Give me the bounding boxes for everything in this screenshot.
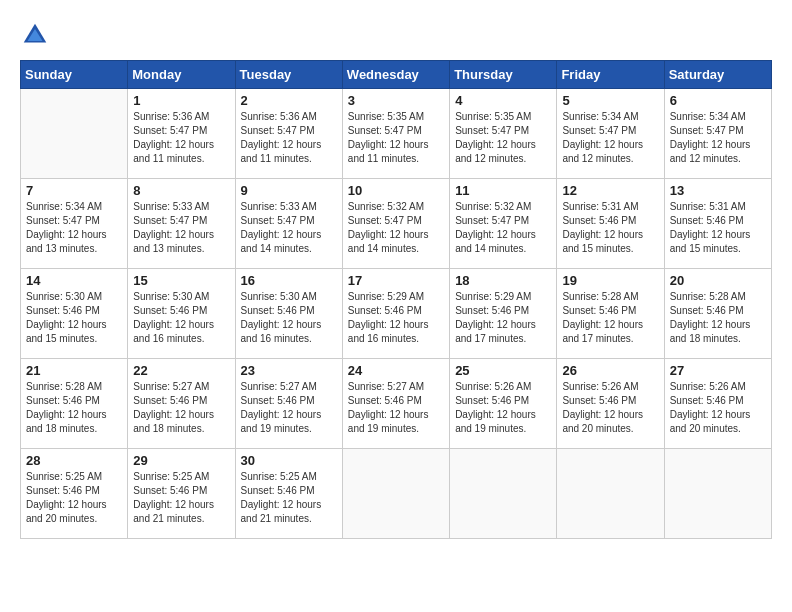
day-number: 3	[348, 93, 444, 108]
day-number: 27	[670, 363, 766, 378]
day-number: 22	[133, 363, 229, 378]
calendar-cell: 9Sunrise: 5:33 AM Sunset: 5:47 PM Daylig…	[235, 179, 342, 269]
day-number: 1	[133, 93, 229, 108]
day-number: 19	[562, 273, 658, 288]
day-info: Sunrise: 5:25 AM Sunset: 5:46 PM Dayligh…	[133, 470, 229, 526]
calendar-cell: 18Sunrise: 5:29 AM Sunset: 5:46 PM Dayli…	[450, 269, 557, 359]
calendar-cell: 7Sunrise: 5:34 AM Sunset: 5:47 PM Daylig…	[21, 179, 128, 269]
day-number: 23	[241, 363, 337, 378]
day-info: Sunrise: 5:25 AM Sunset: 5:46 PM Dayligh…	[241, 470, 337, 526]
day-number: 14	[26, 273, 122, 288]
calendar-week-2: 7Sunrise: 5:34 AM Sunset: 5:47 PM Daylig…	[21, 179, 772, 269]
day-info: Sunrise: 5:25 AM Sunset: 5:46 PM Dayligh…	[26, 470, 122, 526]
calendar-cell: 25Sunrise: 5:26 AM Sunset: 5:46 PM Dayli…	[450, 359, 557, 449]
day-number: 28	[26, 453, 122, 468]
day-number: 6	[670, 93, 766, 108]
day-number: 15	[133, 273, 229, 288]
day-info: Sunrise: 5:28 AM Sunset: 5:46 PM Dayligh…	[26, 380, 122, 436]
day-info: Sunrise: 5:27 AM Sunset: 5:46 PM Dayligh…	[133, 380, 229, 436]
day-info: Sunrise: 5:26 AM Sunset: 5:46 PM Dayligh…	[455, 380, 551, 436]
day-number: 10	[348, 183, 444, 198]
day-number: 4	[455, 93, 551, 108]
day-number: 16	[241, 273, 337, 288]
page-header	[20, 20, 772, 50]
day-info: Sunrise: 5:28 AM Sunset: 5:46 PM Dayligh…	[670, 290, 766, 346]
calendar-cell: 30Sunrise: 5:25 AM Sunset: 5:46 PM Dayli…	[235, 449, 342, 539]
calendar-cell: 26Sunrise: 5:26 AM Sunset: 5:46 PM Dayli…	[557, 359, 664, 449]
day-number: 12	[562, 183, 658, 198]
weekday-header-wednesday: Wednesday	[342, 61, 449, 89]
calendar-cell: 12Sunrise: 5:31 AM Sunset: 5:46 PM Dayli…	[557, 179, 664, 269]
day-info: Sunrise: 5:36 AM Sunset: 5:47 PM Dayligh…	[133, 110, 229, 166]
day-info: Sunrise: 5:26 AM Sunset: 5:46 PM Dayligh…	[562, 380, 658, 436]
weekday-header-tuesday: Tuesday	[235, 61, 342, 89]
calendar-cell	[21, 89, 128, 179]
day-number: 5	[562, 93, 658, 108]
calendar-cell	[450, 449, 557, 539]
day-info: Sunrise: 5:35 AM Sunset: 5:47 PM Dayligh…	[455, 110, 551, 166]
calendar-cell: 19Sunrise: 5:28 AM Sunset: 5:46 PM Dayli…	[557, 269, 664, 359]
calendar-table: SundayMondayTuesdayWednesdayThursdayFrid…	[20, 60, 772, 539]
calendar-week-1: 1Sunrise: 5:36 AM Sunset: 5:47 PM Daylig…	[21, 89, 772, 179]
calendar-week-3: 14Sunrise: 5:30 AM Sunset: 5:46 PM Dayli…	[21, 269, 772, 359]
calendar-cell: 10Sunrise: 5:32 AM Sunset: 5:47 PM Dayli…	[342, 179, 449, 269]
calendar-cell: 16Sunrise: 5:30 AM Sunset: 5:46 PM Dayli…	[235, 269, 342, 359]
calendar-cell: 13Sunrise: 5:31 AM Sunset: 5:46 PM Dayli…	[664, 179, 771, 269]
day-number: 7	[26, 183, 122, 198]
calendar-cell: 1Sunrise: 5:36 AM Sunset: 5:47 PM Daylig…	[128, 89, 235, 179]
calendar-cell: 27Sunrise: 5:26 AM Sunset: 5:46 PM Dayli…	[664, 359, 771, 449]
weekday-header-monday: Monday	[128, 61, 235, 89]
day-info: Sunrise: 5:29 AM Sunset: 5:46 PM Dayligh…	[455, 290, 551, 346]
calendar-cell: 3Sunrise: 5:35 AM Sunset: 5:47 PM Daylig…	[342, 89, 449, 179]
day-info: Sunrise: 5:28 AM Sunset: 5:46 PM Dayligh…	[562, 290, 658, 346]
day-number: 24	[348, 363, 444, 378]
day-number: 18	[455, 273, 551, 288]
calendar-cell: 2Sunrise: 5:36 AM Sunset: 5:47 PM Daylig…	[235, 89, 342, 179]
weekday-header-friday: Friday	[557, 61, 664, 89]
calendar-cell: 21Sunrise: 5:28 AM Sunset: 5:46 PM Dayli…	[21, 359, 128, 449]
day-info: Sunrise: 5:33 AM Sunset: 5:47 PM Dayligh…	[133, 200, 229, 256]
logo	[20, 20, 54, 50]
day-info: Sunrise: 5:32 AM Sunset: 5:47 PM Dayligh…	[455, 200, 551, 256]
calendar-cell: 23Sunrise: 5:27 AM Sunset: 5:46 PM Dayli…	[235, 359, 342, 449]
day-info: Sunrise: 5:30 AM Sunset: 5:46 PM Dayligh…	[241, 290, 337, 346]
day-info: Sunrise: 5:34 AM Sunset: 5:47 PM Dayligh…	[26, 200, 122, 256]
calendar-cell	[342, 449, 449, 539]
day-number: 13	[670, 183, 766, 198]
day-info: Sunrise: 5:31 AM Sunset: 5:46 PM Dayligh…	[562, 200, 658, 256]
calendar-week-4: 21Sunrise: 5:28 AM Sunset: 5:46 PM Dayli…	[21, 359, 772, 449]
day-info: Sunrise: 5:35 AM Sunset: 5:47 PM Dayligh…	[348, 110, 444, 166]
day-info: Sunrise: 5:34 AM Sunset: 5:47 PM Dayligh…	[562, 110, 658, 166]
calendar-cell: 11Sunrise: 5:32 AM Sunset: 5:47 PM Dayli…	[450, 179, 557, 269]
day-info: Sunrise: 5:27 AM Sunset: 5:46 PM Dayligh…	[241, 380, 337, 436]
weekday-header-thursday: Thursday	[450, 61, 557, 89]
logo-icon	[20, 20, 50, 50]
day-number: 20	[670, 273, 766, 288]
calendar-cell	[557, 449, 664, 539]
day-number: 17	[348, 273, 444, 288]
day-info: Sunrise: 5:30 AM Sunset: 5:46 PM Dayligh…	[26, 290, 122, 346]
day-info: Sunrise: 5:36 AM Sunset: 5:47 PM Dayligh…	[241, 110, 337, 166]
calendar-cell: 20Sunrise: 5:28 AM Sunset: 5:46 PM Dayli…	[664, 269, 771, 359]
day-number: 25	[455, 363, 551, 378]
calendar-cell: 15Sunrise: 5:30 AM Sunset: 5:46 PM Dayli…	[128, 269, 235, 359]
calendar-cell: 14Sunrise: 5:30 AM Sunset: 5:46 PM Dayli…	[21, 269, 128, 359]
day-number: 9	[241, 183, 337, 198]
calendar-week-5: 28Sunrise: 5:25 AM Sunset: 5:46 PM Dayli…	[21, 449, 772, 539]
day-number: 11	[455, 183, 551, 198]
day-info: Sunrise: 5:30 AM Sunset: 5:46 PM Dayligh…	[133, 290, 229, 346]
day-number: 30	[241, 453, 337, 468]
day-info: Sunrise: 5:26 AM Sunset: 5:46 PM Dayligh…	[670, 380, 766, 436]
calendar-cell: 5Sunrise: 5:34 AM Sunset: 5:47 PM Daylig…	[557, 89, 664, 179]
weekday-header-sunday: Sunday	[21, 61, 128, 89]
calendar-cell: 17Sunrise: 5:29 AM Sunset: 5:46 PM Dayli…	[342, 269, 449, 359]
day-number: 29	[133, 453, 229, 468]
calendar-cell: 6Sunrise: 5:34 AM Sunset: 5:47 PM Daylig…	[664, 89, 771, 179]
calendar-cell: 24Sunrise: 5:27 AM Sunset: 5:46 PM Dayli…	[342, 359, 449, 449]
day-number: 21	[26, 363, 122, 378]
day-info: Sunrise: 5:34 AM Sunset: 5:47 PM Dayligh…	[670, 110, 766, 166]
day-info: Sunrise: 5:32 AM Sunset: 5:47 PM Dayligh…	[348, 200, 444, 256]
calendar-cell: 29Sunrise: 5:25 AM Sunset: 5:46 PM Dayli…	[128, 449, 235, 539]
day-info: Sunrise: 5:33 AM Sunset: 5:47 PM Dayligh…	[241, 200, 337, 256]
calendar-cell: 8Sunrise: 5:33 AM Sunset: 5:47 PM Daylig…	[128, 179, 235, 269]
